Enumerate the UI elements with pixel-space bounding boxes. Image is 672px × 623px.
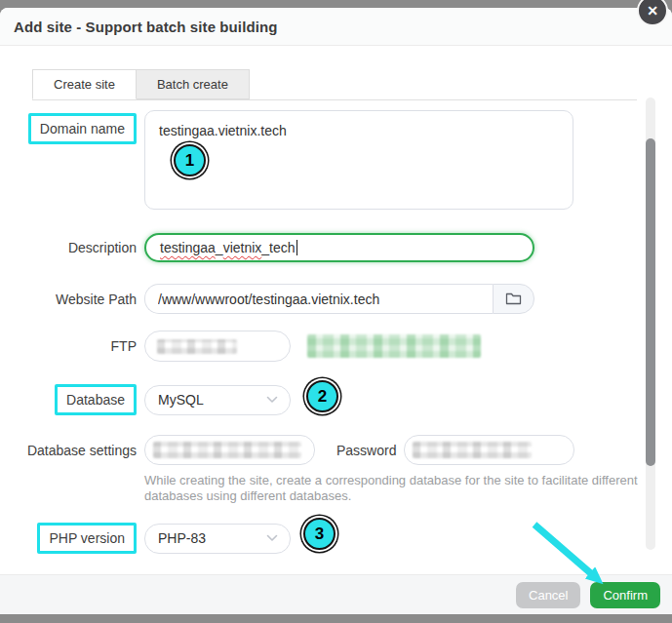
- confirm-button[interactable]: Confirm: [590, 582, 660, 608]
- website-path-label: Website Path: [56, 292, 137, 307]
- tab-batch-create[interactable]: Batch create: [137, 69, 250, 99]
- website-path-input[interactable]: [144, 284, 493, 314]
- description-input[interactable]: testingaa_vietnix_tech: [144, 233, 534, 262]
- modal-body: Create site Batch create Domain name tes…: [0, 46, 672, 574]
- tab-bar: Create site Batch create: [32, 69, 637, 100]
- page-backdrop: ✕ Add site - Support batch site building…: [0, 0, 672, 623]
- database-helper-text: While creating the site, create a corres…: [144, 473, 650, 504]
- ftp-row: FTP: [0, 331, 672, 362]
- ftp-value-redacted: [157, 339, 237, 354]
- database-select[interactable]: MySQL: [144, 385, 291, 415]
- description-label: Description: [68, 240, 137, 255]
- database-selected-value: MySQL: [158, 392, 204, 408]
- database-username-redacted: [153, 442, 301, 458]
- chevron-down-icon: [266, 396, 278, 404]
- description-text-misspelled-1: testingaa: [160, 240, 216, 255]
- password-label: Password: [336, 443, 396, 458]
- modal-footer: Cancel Confirm: [0, 574, 672, 614]
- php-version-label-cell: PHP version: [0, 523, 137, 554]
- database-username-input[interactable]: [144, 435, 315, 465]
- database-label: Database: [66, 392, 125, 408]
- ftp-note-redacted: [307, 334, 481, 358]
- add-site-modal: ✕ Add site - Support batch site building…: [0, 8, 672, 614]
- domain-row: Domain name testingaa.vietnix.tech: [0, 110, 672, 210]
- database-password-input[interactable]: [404, 435, 574, 465]
- close-icon: ✕: [647, 3, 658, 19]
- description-text-misspelled-2: vietnix: [223, 240, 262, 255]
- browse-folder-button[interactable]: [493, 284, 534, 314]
- domain-label-cell: Domain name: [0, 113, 137, 144]
- php-version-selected-value: PHP-83: [158, 530, 206, 546]
- website-path-row: Website Path: [0, 284, 672, 314]
- annotation-step-1-circle: 1: [174, 144, 206, 176]
- chevron-down-icon: [266, 534, 278, 542]
- database-settings-label-cell: Database settings: [0, 443, 137, 458]
- database-settings-label: Database settings: [27, 443, 137, 458]
- scrollbar-track[interactable]: [646, 97, 655, 550]
- database-label-cell: Database: [0, 384, 137, 415]
- domain-label: Domain name: [40, 121, 125, 136]
- tab-create-site[interactable]: Create site: [32, 69, 137, 99]
- website-path-group: [144, 284, 534, 314]
- description-text-tail: _tech: [261, 240, 295, 255]
- description-row: Description testingaa_vietnix_tech: [0, 233, 672, 262]
- annotation-step-3-circle: 3: [303, 518, 336, 550]
- database-password-redacted: [413, 442, 532, 458]
- php-version-select[interactable]: PHP-83: [144, 524, 291, 554]
- ftp-select[interactable]: [144, 331, 291, 362]
- cancel-button[interactable]: Cancel: [516, 582, 580, 608]
- tab-batch-create-label: Batch create: [157, 77, 228, 92]
- modal-header: Add site - Support batch site building: [0, 8, 672, 46]
- website-path-label-cell: Website Path: [0, 292, 137, 307]
- annotation-step-2-circle: 2: [306, 380, 338, 412]
- description-label-cell: Description: [0, 240, 137, 255]
- database-label-highlight-box: Database: [55, 384, 137, 415]
- php-version-label-highlight-box: PHP version: [37, 523, 137, 554]
- php-version-row: PHP version PHP-83: [0, 523, 672, 554]
- text-caret: [296, 240, 297, 255]
- tab-create-site-label: Create site: [54, 77, 115, 92]
- description-text-sep: _: [216, 240, 223, 255]
- ftp-label-cell: FTP: [0, 338, 137, 354]
- scrollbar-thumb[interactable]: [646, 138, 655, 466]
- php-version-label: PHP version: [49, 530, 125, 546]
- domain-name-textarea[interactable]: testingaa.vietnix.tech: [144, 110, 573, 210]
- database-settings-row: Database settings Password: [0, 435, 672, 465]
- folder-icon: [505, 292, 522, 306]
- domain-label-highlight-box: Domain name: [28, 113, 137, 144]
- ftp-label: FTP: [111, 338, 137, 354]
- modal-title: Add site - Support batch site building: [14, 19, 277, 35]
